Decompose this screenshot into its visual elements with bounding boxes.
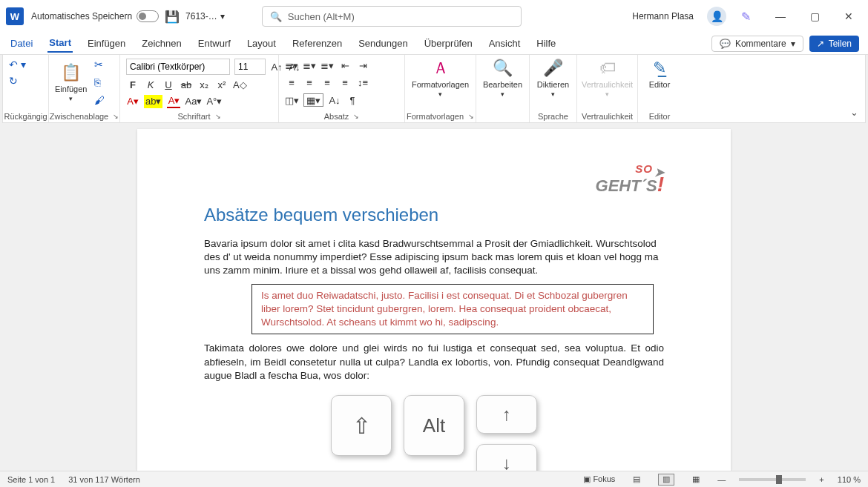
- outdent-icon[interactable]: ⇤: [338, 59, 352, 72]
- group-undo: ↶ ▾ ↻ Rückgängig: [3, 55, 49, 122]
- doc-paragraph-2: Is amet duo Reiwadatschi, justo. Facilis…: [261, 289, 644, 330]
- group-edit: 🔍 Bearbeiten ▾: [476, 55, 530, 122]
- tab-file[interactable]: Datei: [9, 35, 34, 52]
- paste-button[interactable]: 📋 Einfügen ▾: [55, 62, 87, 102]
- tab-references[interactable]: Referenzen: [291, 35, 343, 52]
- text-effects-icon[interactable]: A▾: [126, 95, 139, 108]
- status-page[interactable]: Seite 1 von 1: [7, 475, 55, 484]
- collapse-ribbon-icon[interactable]: ⌄: [843, 55, 865, 122]
- search-icon: 🔍: [270, 11, 282, 22]
- line-spacing-icon[interactable]: ↕≡: [356, 76, 369, 90]
- search-placeholder: Suchen (Alt+M): [288, 11, 355, 22]
- editor-button[interactable]: ✎̲ Editor: [644, 58, 675, 89]
- font-color-icon[interactable]: A▾: [167, 95, 180, 108]
- arrow-up-key: ↑: [476, 395, 537, 434]
- font-launcher-icon[interactable]: ↘: [215, 113, 221, 120]
- subscript-button[interactable]: x₂: [197, 78, 211, 91]
- bullets-icon[interactable]: ≣▾: [285, 59, 298, 72]
- tab-review[interactable]: Überprüfen: [423, 35, 474, 52]
- align-left-icon[interactable]: ≡: [285, 76, 298, 90]
- tab-insert[interactable]: Einfügen: [86, 35, 127, 52]
- shift-key: ⇧: [331, 395, 392, 456]
- status-words[interactable]: 31 von 117 Wörtern: [68, 475, 140, 484]
- pen-icon[interactable]: ✎: [741, 10, 751, 24]
- editor-icon: ✎̲: [653, 58, 666, 79]
- bold-button[interactable]: F: [126, 78, 139, 91]
- focus-label: Fokus: [593, 474, 615, 483]
- font-name-select[interactable]: [126, 59, 230, 75]
- italic-button[interactable]: K: [144, 78, 157, 91]
- ribbon-tabs: Datei Start Einfügen Zeichnen Entwurf La…: [0, 33, 868, 55]
- align-right-icon[interactable]: ≡: [320, 76, 334, 90]
- document-name-label: 7613-…: [185, 11, 217, 21]
- dictate-button[interactable]: 🎤 Diktieren ▾: [536, 58, 571, 98]
- show-marks-icon[interactable]: ¶: [346, 93, 359, 107]
- print-layout-icon[interactable]: ▥: [658, 474, 674, 486]
- tab-home[interactable]: Start: [47, 34, 73, 53]
- alt-key: Alt: [404, 395, 464, 456]
- indent-icon[interactable]: ⇥: [356, 59, 369, 72]
- copy-icon[interactable]: ⎘: [94, 76, 105, 88]
- zoom-out-button[interactable]: —: [717, 475, 726, 484]
- format-painter-icon[interactable]: 🖌: [94, 94, 105, 106]
- highlight-icon[interactable]: ab▾: [144, 95, 162, 108]
- underline-button[interactable]: U: [162, 78, 175, 91]
- clipboard-launcher-icon[interactable]: ↘: [113, 113, 119, 120]
- redo-icon[interactable]: ↻: [9, 75, 18, 87]
- user-name[interactable]: Hermann Plasa: [632, 11, 694, 21]
- superscript-button[interactable]: x²: [215, 78, 228, 91]
- autosave-toggle[interactable]: [137, 10, 159, 22]
- tab-view[interactable]: Ansicht: [487, 35, 522, 52]
- find-button[interactable]: 🔍 Bearbeiten ▾: [482, 58, 523, 98]
- web-layout-icon[interactable]: ▦: [688, 474, 704, 486]
- change-case-icon[interactable]: Aa▾: [185, 95, 202, 108]
- comments-label: Kommentare: [735, 39, 786, 49]
- save-icon[interactable]: 💾: [166, 10, 178, 22]
- read-mode-icon[interactable]: ▤: [628, 474, 645, 486]
- search-input[interactable]: 🔍 Suchen (Alt+M): [262, 6, 522, 27]
- font-size-select[interactable]: [234, 59, 266, 75]
- tab-layout[interactable]: Layout: [246, 35, 277, 52]
- mic-icon: 🎤: [543, 58, 563, 79]
- align-center-icon[interactable]: ≡: [303, 76, 316, 90]
- editor-label: Editor: [649, 80, 671, 89]
- strike-button[interactable]: ab: [180, 78, 193, 91]
- styles-launcher-icon[interactable]: ↘: [468, 113, 474, 120]
- document-name[interactable]: 7613-… ▾: [185, 11, 225, 21]
- multilevel-icon[interactable]: ≣▾: [320, 59, 334, 72]
- maximize-button[interactable]: ▢: [801, 6, 828, 27]
- minimize-button[interactable]: —: [767, 6, 794, 27]
- tab-mailings[interactable]: Sendungen: [357, 35, 410, 52]
- share-icon: ↗: [817, 39, 824, 49]
- page[interactable]: SO ➤ GEHT´S ! Absätze bequem verschieben…: [137, 129, 731, 471]
- arrow-down-key: ↓: [476, 444, 537, 471]
- avatar[interactable]: 👤: [707, 7, 726, 26]
- focus-mode-button[interactable]: ▣ Fokus: [583, 474, 615, 484]
- borders-icon[interactable]: ▦▾: [303, 93, 323, 107]
- cut-icon[interactable]: ✂: [94, 59, 105, 70]
- chevron-down-icon: ▾: [438, 90, 442, 98]
- justify-icon[interactable]: ≡: [338, 76, 352, 90]
- sensitivity-label: Vertraulichkeit: [582, 80, 633, 89]
- styles-button[interactable]: Ａ Formatvorlagen ▾: [411, 58, 470, 98]
- char-style-icon[interactable]: A°▾: [206, 95, 222, 108]
- paragraph-launcher-icon[interactable]: ↘: [353, 113, 359, 120]
- title-bar: W Automatisches Speichern 💾 7613-… ▾ 🔍 S…: [0, 0, 868, 33]
- zoom-in-button[interactable]: +: [819, 475, 823, 484]
- logo-excl: !: [657, 174, 664, 195]
- comments-button[interactable]: 💬 Kommentare ▾: [711, 36, 803, 52]
- zoom-level[interactable]: 110 %: [838, 475, 861, 484]
- numbering-icon[interactable]: ≣▾: [303, 59, 316, 72]
- share-button[interactable]: ↗ Teilen: [809, 36, 859, 52]
- undo-icon[interactable]: ↶ ▾: [9, 59, 26, 70]
- close-button[interactable]: ✕: [835, 6, 862, 27]
- tab-draw[interactable]: Zeichnen: [140, 35, 183, 52]
- clear-format-icon[interactable]: A◇: [233, 78, 247, 91]
- styles-label: Formatvorlagen: [412, 80, 469, 89]
- sort-icon[interactable]: А↓: [328, 93, 341, 107]
- zoom-slider[interactable]: [739, 478, 806, 481]
- tab-help[interactable]: Hilfe: [535, 35, 557, 52]
- chevron-down-icon: ▾: [69, 95, 73, 102]
- shading-icon[interactable]: ◫▾: [285, 93, 299, 107]
- tab-design[interactable]: Entwurf: [197, 35, 232, 52]
